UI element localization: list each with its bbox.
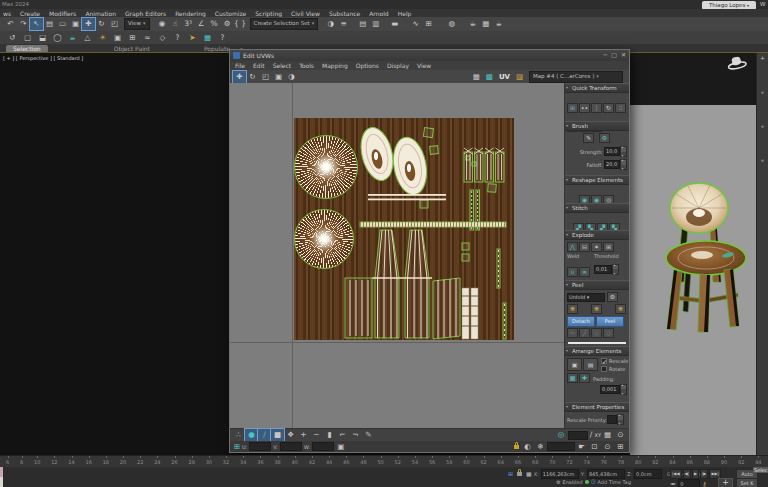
texture-list-icon[interactable]: ▨ [513, 71, 526, 83]
zoom-region-icon[interactable]: ⊡ [588, 441, 601, 453]
panel-handle-icon[interactable]: ≡ [761, 125, 764, 129]
falloff-spinner[interactable] [620, 159, 627, 170]
uv-island-panels[interactable] [345, 278, 460, 339]
weld-all-icon[interactable]: ≍ [579, 267, 590, 277]
select-and-scale-icon[interactable]: ◰ [108, 18, 121, 30]
uvw-freeform-icon[interactable]: ▣ [272, 71, 285, 83]
pack-full-icon[interactable]: ▩ [567, 373, 578, 383]
menu-item[interactable]: Customize [215, 10, 247, 17]
zoom-extents-icon[interactable]: ⊞ [614, 441, 627, 453]
absolute-mode-icon[interactable]: ⊞ [232, 441, 242, 453]
frame-step-icon[interactable]: ◄► [670, 482, 676, 486]
face-mode-icon[interactable]: ■ [271, 429, 284, 441]
add-time-tag[interactable]: Add Time Tag [598, 479, 632, 485]
menu-item[interactable]: Substance [329, 10, 360, 17]
rect-select-region-icon[interactable]: ▭ [56, 18, 69, 30]
snap-align-icon[interactable]: ⊞ [567, 103, 578, 113]
selection-set-combo[interactable]: Create Selection Set▾ [250, 18, 319, 30]
maxscript-listener-strip[interactable] [0, 467, 3, 477]
scene-explorer-icon[interactable]: ▥ [369, 18, 382, 30]
rollout-arrow-icon[interactable]: ▾ [566, 347, 568, 355]
seam-clear-icon[interactable]: ◇ [603, 328, 614, 338]
rendered-frame-icon[interactable]: ▦ [479, 18, 492, 30]
zoom-value-field[interactable] [547, 442, 575, 451]
filter-faces-icon[interactable]: ◐ [521, 441, 534, 453]
hat-object[interactable] [726, 55, 748, 71]
rollout-arrow-icon[interactable]: ▾ [566, 403, 568, 411]
loop-select-icon[interactable]: ⌐ [336, 429, 349, 441]
weld-selected-icon[interactable]: ∪ [567, 267, 578, 277]
checker-toggle-icon[interactable]: ▩ [483, 71, 496, 83]
align-vertical-icon[interactable]: ⋮ [591, 103, 602, 113]
grid-display-icon[interactable]: ▦ [526, 471, 532, 477]
cone-primitive-icon[interactable]: △ [81, 32, 94, 44]
cylinder-primitive-icon[interactable]: ⬓ [36, 32, 49, 44]
ribbon-toggle-icon[interactable]: ▬ [388, 18, 401, 30]
select-and-rotate-icon[interactable]: ↻ [95, 18, 108, 30]
align-icon[interactable]: ≡ [337, 18, 350, 30]
panel-handle-icon[interactable]: ≡ [761, 91, 764, 95]
rotate-cw-icon[interactable]: ↻ [603, 103, 614, 113]
space-warp-icon[interactable]: ≈ [141, 32, 154, 44]
curve-editor-icon[interactable]: ∿ [409, 18, 422, 30]
uv-islands-overlay[interactable] [294, 118, 514, 340]
info-circle-icon[interactable]: ? [216, 32, 229, 44]
viewport-label[interactable]: [ + ] [ Perspective ] [ Standard ] [3, 55, 83, 61]
show-map-icon[interactable]: ▦ [470, 71, 483, 83]
sphere-primitive-icon[interactable]: ◯ [51, 32, 64, 44]
pan-icon[interactable]: ☛ [575, 441, 588, 453]
uvw-menu-item[interactable]: Select [273, 62, 292, 69]
peel-mode-icon[interactable]: ❋ [591, 304, 602, 314]
strength-spinner[interactable] [620, 146, 627, 157]
current-frame-field[interactable]: 0 [678, 479, 700, 487]
rollout-arrow-icon[interactable]: ▾ [566, 122, 568, 130]
render-setup-icon[interactable]: ☕ [466, 18, 479, 30]
threshold-field[interactable]: 0,01 [594, 265, 612, 274]
shrink-selection-icon[interactable]: − [310, 429, 323, 441]
u-field[interactable] [249, 442, 271, 451]
vertex-mode-icon[interactable]: ● [245, 429, 258, 441]
teapot-primitive-icon[interactable]: ☕ [66, 32, 79, 44]
strength-field[interactable]: 10,0 [604, 147, 620, 156]
uvw-menu-item[interactable]: Mapping [322, 62, 348, 69]
transport-button[interactable]: ◀| [683, 469, 691, 479]
menu-item[interactable]: Scripting [255, 10, 282, 17]
chair-model[interactable] [658, 182, 756, 334]
rollout-arrow-icon[interactable]: ▾ [566, 176, 568, 184]
point-to-point-seam-icon[interactable]: ╱ [579, 328, 590, 338]
maximize-button[interactable]: ▢ [611, 52, 617, 58]
zoom-tool-icon[interactable]: ⊙ [614, 429, 627, 441]
rollout-arrow-icon[interactable]: ▾ [566, 281, 568, 289]
named-selection-sets-icon[interactable]: { } [234, 18, 247, 30]
timeline-ruler[interactable]: 6810121416182022242628303234363840424446… [0, 455, 768, 467]
uvw-menu-item[interactable]: File [235, 62, 245, 69]
use-pivot-center-icon[interactable]: ◉ [156, 18, 169, 30]
x-coordinate-field[interactable]: 1166,263cm [541, 469, 579, 479]
uv-editor-canvas[interactable] [230, 83, 565, 429]
select-object-icon[interactable]: ↖ [30, 18, 43, 30]
viewport-left-area[interactable] [0, 53, 229, 455]
uv-texture-tile[interactable] [294, 118, 514, 340]
set-key-button[interactable]: Set K [736, 478, 758, 487]
transport-button[interactable]: ▶ [692, 469, 699, 479]
undo-icon[interactable]: ↶ [4, 18, 17, 30]
select-by-name-icon[interactable]: ▤ [43, 18, 56, 30]
angle-field[interactable] [568, 431, 588, 440]
rescale-checkbox[interactable] [601, 358, 607, 364]
uvw-move-icon[interactable]: ✚ [233, 71, 246, 83]
rollout-explode[interactable]: ▾Explode [565, 230, 629, 240]
selection-lock-icon[interactable] [517, 472, 522, 476]
ring-select-icon[interactable]: ¬ [349, 429, 362, 441]
scene-script-icon[interactable]: ↺ [6, 32, 19, 44]
edit-seams-icon[interactable]: ✂ [567, 328, 578, 338]
map-select-combo[interactable]: Map #4 ( C...arCores )▾ [529, 71, 623, 83]
break-icon[interactable]: ⋀ [567, 242, 578, 252]
rollout-stitch[interactable]: ▾Stitch [565, 203, 629, 213]
rescale-priority-spinner[interactable] [617, 414, 624, 425]
align-horizontal-icon[interactable]: ∙∙ [579, 103, 590, 113]
w-field[interactable] [312, 442, 334, 451]
rollout-brush[interactable]: ▾Brush [565, 121, 629, 131]
element-toggle-icon[interactable]: ❖ [284, 429, 297, 441]
systems-icon[interactable]: ◇ [156, 32, 169, 44]
uvw-menu-item[interactable]: Tools [299, 62, 314, 69]
